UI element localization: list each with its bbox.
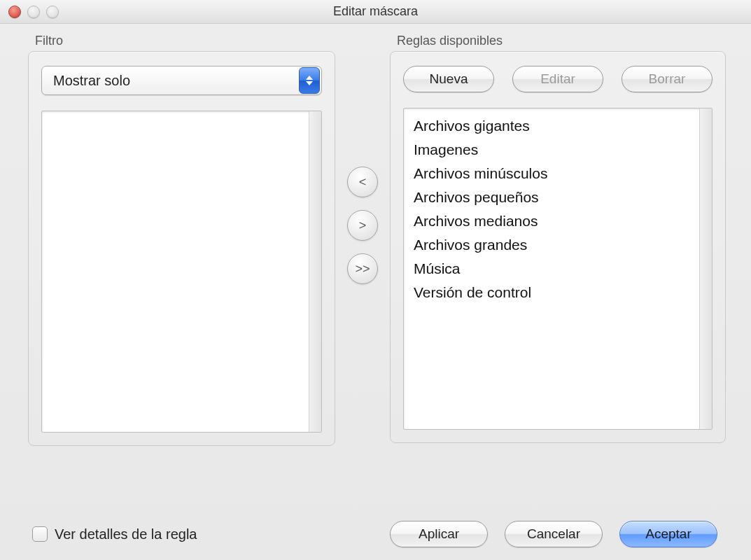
edit-rule-button[interactable]: Editar	[512, 66, 603, 92]
move-all-right-button[interactable]: >>	[347, 253, 378, 284]
filter-mode-select[interactable]: Mostrar solo	[41, 66, 322, 95]
chevron-left-icon: <	[359, 175, 367, 190]
show-rule-details-label: Ver detalles de la regla	[55, 526, 197, 542]
chevron-right-icon: >	[359, 218, 367, 233]
accept-button[interactable]: Aceptar	[619, 521, 717, 547]
list-item[interactable]: Archivos grandes	[414, 233, 702, 257]
filter-group: Mostrar solo	[28, 51, 335, 446]
new-rule-button[interactable]: Nueva	[403, 66, 494, 92]
rules-group: Nueva Editar Borrar Archivos gigantesIma…	[390, 51, 726, 443]
scrollbar[interactable]	[309, 111, 321, 432]
apply-button[interactable]: Aplicar	[390, 521, 488, 547]
titlebar: Editar máscara	[0, 0, 751, 24]
list-item[interactable]: Archivos gigantes	[414, 114, 702, 138]
applied-rules-list[interactable]	[41, 111, 322, 433]
list-item[interactable]: Versión de control	[414, 281, 702, 304]
filter-group-label: Filtro	[35, 34, 335, 48]
list-item[interactable]: Archivos medianos	[414, 209, 702, 233]
available-rules-list[interactable]: Archivos gigantesImagenesArchivos minúsc…	[403, 108, 713, 430]
rules-group-label: Reglas disponibles	[397, 34, 726, 48]
list-item[interactable]: Música	[414, 257, 702, 281]
window-title: Editar máscara	[0, 4, 751, 19]
move-right-button[interactable]: >	[347, 210, 378, 241]
list-item[interactable]: Imagenes	[414, 138, 702, 162]
list-item[interactable]: Archivos minúsculos	[414, 162, 702, 186]
list-item[interactable]: Archivos pequeños	[414, 186, 702, 209]
double-chevron-right-icon: >>	[356, 262, 370, 276]
filter-mode-value: Mostrar solo	[53, 73, 130, 89]
select-stepper-icon	[299, 67, 320, 94]
show-rule-details-checkbox[interactable]	[32, 526, 48, 542]
cancel-button[interactable]: Cancelar	[505, 521, 603, 547]
scrollbar[interactable]	[699, 108, 712, 429]
delete-rule-button[interactable]: Borrar	[622, 66, 713, 92]
move-left-button[interactable]: <	[347, 167, 378, 197]
